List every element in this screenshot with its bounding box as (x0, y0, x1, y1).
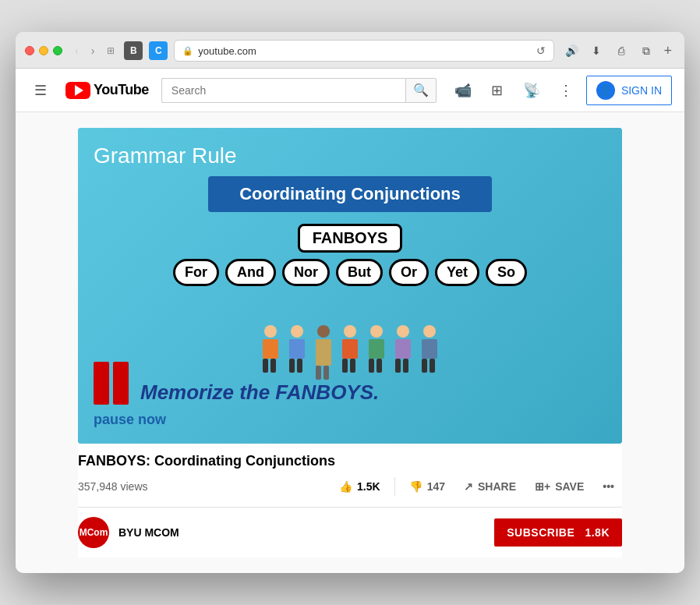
like-button[interactable]: 👍 1.5K (331, 476, 388, 497)
forward-button[interactable]: › (88, 43, 98, 58)
char-leg (369, 359, 374, 373)
dislike-button[interactable]: 👎 147 (401, 476, 453, 497)
share-icon[interactable]: ⎙ (610, 41, 632, 60)
character-yet (391, 325, 415, 380)
tab-overview-button[interactable]: ⊞ (104, 44, 118, 58)
thumbs-down-icon: 👎 (409, 480, 422, 493)
subscribe-label: SUBSCRIBE (507, 526, 574, 539)
character-or (365, 325, 388, 380)
share-button[interactable]: ↗ SHARE (456, 476, 524, 497)
subscriber-count: 1.8K (585, 526, 610, 539)
char-leg (403, 359, 408, 373)
close-button[interactable] (25, 46, 34, 55)
char-leg (350, 359, 355, 373)
video-characters (94, 302, 606, 380)
grammar-rule-label: Grammar Rule (94, 143, 237, 168)
char-legs (316, 366, 331, 380)
address-bar[interactable]: 🔒 ↺ (174, 40, 554, 62)
char-leg (342, 359, 348, 373)
channel-row: MCom BYU MCOM SUBSCRIBE 1.8K (78, 507, 622, 557)
video-views: 357,948 views (78, 480, 148, 493)
new-tab-button[interactable]: + (660, 43, 675, 59)
fanboys-word-nor: Nor (282, 259, 330, 286)
reload-button[interactable]: ↺ (536, 44, 546, 57)
pause-now-text: pause now (94, 412, 166, 428)
download-icon[interactable]: ⬇ (585, 41, 607, 60)
more-options-button[interactable]: ⋮ (552, 76, 580, 104)
char-head (397, 325, 409, 338)
char-legs (289, 359, 305, 373)
char-legs (342, 359, 358, 373)
video-banner: Coordinating Conjunctions (208, 176, 492, 212)
extension-icon-1[interactable]: B (124, 41, 143, 60)
extension-icon-2[interactable]: C (149, 41, 168, 60)
maximize-button[interactable] (53, 46, 62, 55)
browser-titlebar: ‹ › ⊞ B C 🔒 ↺ 🔊 ⬇ ⎙ ⧉ + (16, 32, 684, 69)
dislike-count: 147 (427, 480, 445, 493)
fanboys-word-yet: Yet (435, 259, 479, 286)
cast-button[interactable]: 📡 (518, 76, 546, 104)
save-label: SAVE (555, 480, 584, 493)
video-thumbnail: Grammar Rule Coordinating Conjunctions F… (78, 128, 622, 444)
thumbs-up-icon: 👍 (339, 480, 352, 493)
char-legs (263, 359, 278, 373)
audio-icon[interactable]: 🔊 (560, 41, 582, 60)
char-leg (289, 359, 295, 373)
video-actions: 👍 1.5K 👎 147 ↗ SHARE ⊞+ SAVE (331, 476, 622, 497)
char-torso (289, 339, 305, 359)
channel-avatar[interactable]: MCom (78, 517, 109, 548)
like-count: 1.5K (357, 480, 380, 493)
minimize-button[interactable] (39, 46, 48, 55)
char-head (264, 325, 277, 338)
browser-window: ‹ › ⊞ B C 🔒 ↺ 🔊 ⬇ ⎙ ⧉ + ☰ YouTube 🔍 (16, 32, 684, 573)
fanboys-word-or: Or (389, 259, 429, 286)
sign-in-avatar-icon: 👤 (596, 81, 615, 100)
video-meta-row: 357,948 views 👍 1.5K 👎 147 ↗ SHARE (78, 476, 622, 497)
lock-icon: 🔒 (182, 46, 193, 56)
header-actions: 📹 ⊞ 📡 ⋮ 👤 SIGN IN (449, 76, 672, 105)
search-button[interactable]: 🔍 (405, 78, 437, 103)
char-leg (270, 359, 276, 373)
char-head (291, 325, 303, 338)
create-video-button[interactable]: 📹 (449, 76, 477, 104)
fanboys-word-for: For (173, 259, 219, 286)
youtube-logo[interactable]: YouTube (65, 82, 149, 99)
subscribe-button[interactable]: SUBSCRIBE 1.8K (494, 518, 622, 547)
video-player[interactable]: Grammar Rule Coordinating Conjunctions F… (78, 128, 622, 444)
character-and (285, 325, 309, 380)
char-torso (369, 339, 384, 359)
sign-in-button[interactable]: 👤 SIGN IN (586, 76, 672, 105)
apps-grid-button[interactable]: ⊞ (483, 76, 511, 104)
char-leg (395, 359, 401, 373)
traffic-lights (25, 46, 62, 55)
fanboys-word-but: But (336, 259, 383, 286)
char-legs (395, 359, 411, 373)
character-so (418, 325, 441, 380)
more-actions-button[interactable]: ••• (595, 476, 622, 497)
channel-name[interactable]: BYU MCOM (118, 526, 179, 539)
char-torso (316, 339, 331, 366)
char-head (370, 325, 383, 338)
pause-overlay (94, 362, 129, 405)
url-input[interactable] (198, 45, 532, 57)
back-button[interactable]: ‹ (72, 43, 82, 58)
char-leg (297, 359, 302, 373)
save-button[interactable]: ⊞+ SAVE (527, 476, 592, 497)
char-torso (422, 339, 437, 359)
memorize-text: Memorize the FANBOYS. (140, 380, 379, 405)
character-but (338, 325, 362, 380)
titlebar-actions: 🔊 ⬇ ⎙ ⧉ + (560, 41, 675, 60)
hamburger-menu-button[interactable]: ☰ (28, 76, 53, 105)
main-content: Grammar Rule Coordinating Conjunctions F… (16, 112, 684, 573)
search-input[interactable] (161, 78, 405, 103)
fanboys-words-row: For And Nor But Or Yet So (173, 259, 527, 286)
search-container: 🔍 (161, 78, 437, 103)
character-for (259, 325, 282, 380)
char-leg (263, 359, 268, 373)
window-icon[interactable]: ⧉ (635, 41, 657, 60)
char-leg (323, 366, 329, 380)
char-leg (377, 359, 382, 373)
char-torso (395, 339, 411, 359)
play-triangle-icon (75, 85, 83, 96)
char-torso (342, 339, 358, 359)
